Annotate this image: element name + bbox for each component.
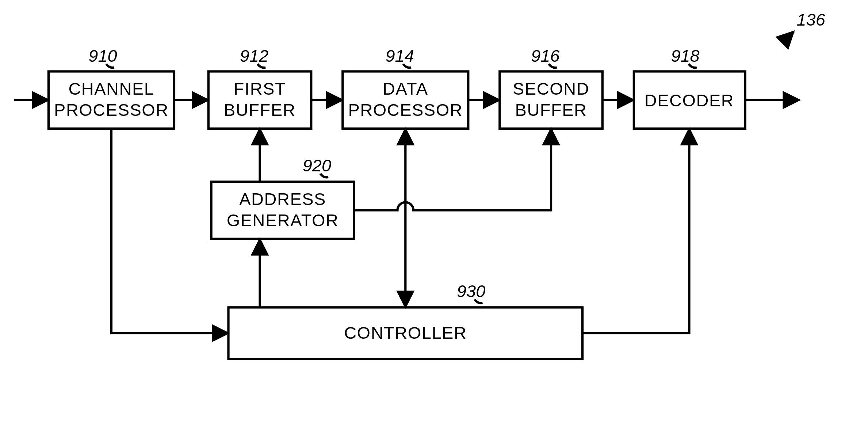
ref-916: 916 xyxy=(531,46,560,65)
ref-930: 930 xyxy=(457,282,485,301)
label-914-l2: PROCESSOR xyxy=(348,100,463,119)
label-910-l2: PROCESSOR xyxy=(54,100,169,119)
ref-914: 914 xyxy=(386,46,414,65)
figure-ref: 136 xyxy=(796,10,825,29)
label-916-l1: SECOND xyxy=(513,79,589,98)
label-920-l1: ADDRESS xyxy=(239,190,326,209)
label-912-l2: BUFFER xyxy=(224,100,296,119)
label-912-l1: FIRST xyxy=(234,79,286,98)
label-910-l1: CHANNEL xyxy=(68,79,154,98)
label-914-l1: DATA xyxy=(383,79,428,98)
label-920-l2: GENERATOR xyxy=(227,211,339,230)
block-diagram: 136 910 CHANNEL PROCESSOR 912 FIRST BUFF… xyxy=(0,0,868,440)
ref-910: 910 xyxy=(88,46,117,65)
wire-920-916 xyxy=(354,129,551,210)
ref-912: 912 xyxy=(240,46,268,65)
label-930-l1: CONTROLLER xyxy=(344,323,467,342)
wire-930-918 xyxy=(582,129,689,333)
ref-918: 918 xyxy=(671,46,699,65)
label-918-l1: DECODER xyxy=(645,91,734,110)
label-916-l2: BUFFER xyxy=(515,100,587,119)
ref-920: 920 xyxy=(303,156,331,175)
